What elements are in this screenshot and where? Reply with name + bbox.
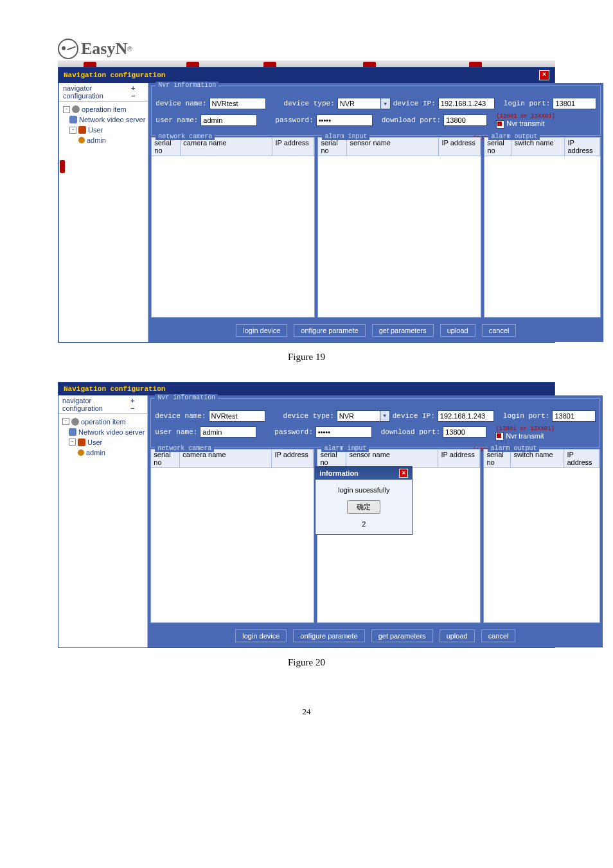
tab-blip: [186, 62, 199, 67]
cancel-button[interactable]: cancel: [481, 629, 516, 642]
col-ip: IP address: [564, 449, 600, 468]
group-legend: alarm input: [322, 133, 369, 140]
device-ip-input[interactable]: [438, 98, 495, 109]
table-body[interactable]: [484, 156, 600, 317]
tab-blip: [363, 62, 376, 67]
window-title: Navigation configuration: [64, 71, 165, 79]
col-ip: IP address: [272, 449, 314, 468]
group-legend: alarm output: [488, 445, 539, 452]
group-legend: Nvr information: [155, 82, 218, 89]
download-port-label: download port:: [382, 116, 441, 124]
user-icon: [78, 449, 84, 456]
upload-button[interactable]: upload: [440, 324, 475, 337]
configure-parameters-button[interactable]: onfigure paramete: [293, 629, 364, 642]
login-port-input[interactable]: [552, 410, 596, 422]
device-type-value[interactable]: [337, 410, 380, 422]
figure-20-caption: Figure 20: [0, 657, 613, 668]
col-serial: serial no: [484, 449, 511, 468]
dialog-close-button[interactable]: ×: [399, 469, 408, 478]
tree-node-nvs[interactable]: Network video server: [79, 114, 145, 125]
sidebar: navigator configuration + − -operation i…: [58, 395, 148, 648]
tree-collapse-icon[interactable]: -: [69, 127, 76, 134]
cancel-button[interactable]: cancel: [482, 324, 517, 337]
col-serial: serial no: [152, 138, 181, 156]
login-port-input[interactable]: [553, 98, 596, 109]
device-ip-label: device IP:: [393, 100, 436, 107]
network-icon: [69, 428, 76, 436]
window-title: Navigation configuration: [64, 385, 165, 393]
main-panel: Nvr information device name: device type…: [148, 395, 603, 648]
brand-logo: EasyN ®: [58, 39, 613, 59]
fig20-window: Navigation configuration navigator confi…: [58, 382, 555, 649]
col-switch-name: switch name: [511, 449, 564, 468]
tree-remove-button[interactable]: −: [130, 92, 136, 100]
table-body[interactable]: [152, 156, 314, 317]
nvr-transmit-label: Nvr transmit: [506, 120, 544, 127]
dialog-message: login sucessfully: [321, 486, 407, 494]
user-name-label: user name:: [155, 428, 197, 436]
group-legend: alarm output: [488, 133, 540, 140]
col-ip: IP address: [438, 449, 480, 468]
tree-collapse-icon[interactable]: -: [62, 418, 69, 425]
tree-node-user[interactable]: User: [88, 125, 103, 135]
device-name-label: device name:: [155, 412, 206, 420]
chevron-down-icon[interactable]: ▼: [380, 410, 390, 422]
table-body[interactable]: [484, 468, 600, 622]
close-button[interactable]: ×: [539, 70, 549, 80]
dialog-title: information: [319, 469, 359, 477]
password-input[interactable]: [316, 114, 373, 126]
tab-blip: [84, 62, 96, 67]
tree-add-button[interactable]: +: [129, 397, 136, 404]
login-device-button[interactable]: login device: [236, 324, 287, 337]
table-body[interactable]: [318, 156, 481, 317]
tab-blip: [263, 62, 276, 67]
tree-collapse-icon[interactable]: -: [63, 106, 70, 113]
tree-node-user[interactable]: User: [87, 437, 102, 448]
table-body[interactable]: [151, 468, 314, 622]
nvr-transmit-checkbox[interactable]: [495, 432, 504, 440]
tree-node-nvs[interactable]: Network video server: [78, 427, 145, 437]
tree-collapse-icon[interactable]: -: [69, 439, 76, 446]
chevron-down-icon[interactable]: ▼: [380, 98, 391, 109]
user-name-input[interactable]: [200, 114, 257, 126]
page-number: 24: [0, 707, 613, 717]
strip-indicator: [60, 160, 65, 173]
download-port-input[interactable]: [443, 114, 487, 126]
nvr-transmit-checkbox[interactable]: [496, 120, 504, 129]
nvr-info-group: Nvr information device name: device type…: [150, 398, 600, 448]
login-port-label: login port:: [504, 100, 551, 107]
device-name-input[interactable]: [209, 410, 265, 422]
upload-button[interactable]: upload: [440, 629, 475, 642]
sidebar-title: navigator configuration: [63, 84, 130, 100]
device-type-value[interactable]: [337, 98, 380, 109]
alarm-input-table: alarm input serial no sensor name IP add…: [317, 137, 481, 318]
tree-node-operation[interactable]: operation item: [81, 417, 126, 427]
outer-strip: [58, 83, 59, 342]
configure-parameters-button[interactable]: onfigure paramete: [294, 324, 365, 337]
tree-add-button[interactable]: +: [130, 84, 136, 92]
user-name-input[interactable]: [200, 426, 256, 438]
password-input[interactable]: [315, 426, 372, 438]
device-name-input[interactable]: [209, 98, 266, 109]
dialog-ok-button[interactable]: 确定: [347, 500, 380, 514]
col-switch-name: switch name: [511, 138, 565, 156]
tree-node-operation[interactable]: operation item: [82, 104, 127, 114]
col-ip: IP address: [565, 138, 600, 156]
tree-node-admin[interactable]: admin: [87, 135, 106, 145]
password-label: password:: [275, 116, 313, 124]
login-device-button[interactable]: login device: [235, 629, 287, 642]
col-camera-name: camera name: [181, 138, 272, 156]
tree-node-admin[interactable]: admin: [86, 448, 105, 458]
device-type-label: device type:: [283, 412, 334, 420]
tree-remove-button[interactable]: −: [129, 404, 136, 412]
col-serial: serial no: [318, 138, 347, 156]
get-parameters-button[interactable]: get parameters: [372, 324, 434, 337]
device-ip-input[interactable]: [438, 410, 494, 422]
device-type-select[interactable]: ▼: [337, 410, 390, 422]
window-titlebar: Navigation configuration ×: [58, 68, 555, 83]
download-port-input[interactable]: [443, 426, 486, 438]
device-type-select[interactable]: ▼: [337, 98, 391, 109]
stray-number: 2: [321, 520, 407, 528]
download-port-label: download port:: [381, 428, 440, 436]
get-parameters-button[interactable]: get parameters: [371, 629, 433, 642]
